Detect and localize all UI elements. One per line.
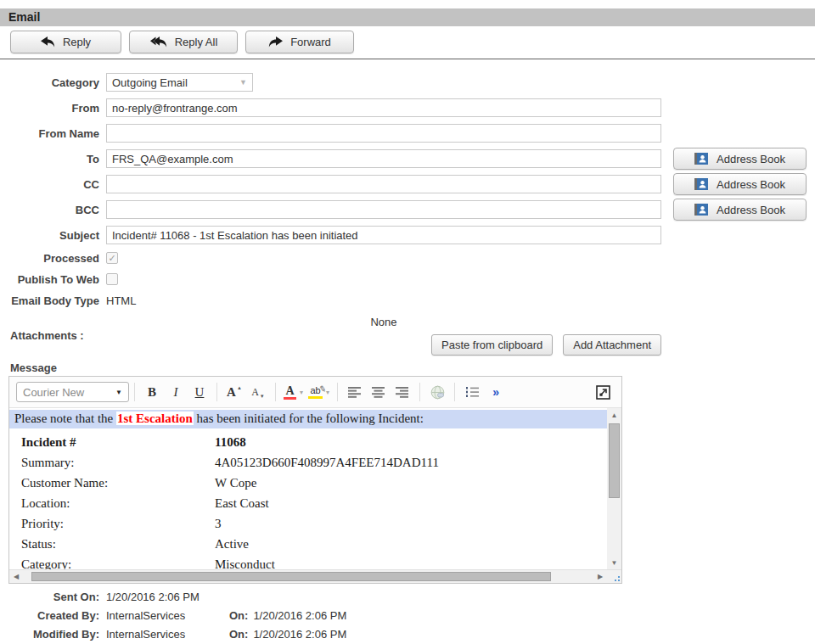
address-book-button-label: Address Book	[717, 178, 785, 191]
bold-button[interactable]: B	[140, 381, 164, 403]
modified-by-value: InternalServices	[106, 629, 229, 641]
message-field-row: Customer Name:W Cope	[9, 473, 607, 493]
publish-to-web-checkbox: ✓	[106, 273, 118, 285]
cc-address-book-button[interactable]: Address Book	[673, 173, 807, 195]
action-toolbar: Reply Reply All Forward	[10, 31, 815, 53]
toolbar-divider	[216, 383, 217, 401]
category-row: Category Outgoing Email ▼	[0, 73, 815, 92]
vertical-scrollbar[interactable]: ▲ ▼	[607, 408, 621, 569]
message-label: Message	[10, 361, 815, 374]
from-name-label: From Name	[0, 127, 99, 140]
email-body-type-row: Email Body Type HTML	[0, 294, 815, 307]
resize-grip[interactable]	[607, 570, 621, 583]
scroll-left-arrow[interactable]: ◀	[9, 573, 23, 580]
reply-all-button[interactable]: Reply All	[129, 31, 238, 53]
modified-by-label: Modified By:	[0, 629, 99, 641]
maximize-editor-button[interactable]	[591, 381, 615, 403]
toolbar-separator	[0, 59, 815, 59]
from-label: From	[0, 102, 99, 115]
bcc-row: BCC Address Book	[0, 200, 815, 219]
align-right-button[interactable]	[391, 381, 414, 403]
cc-label: CC	[0, 178, 99, 191]
increase-font-size-button[interactable]: A ▲	[222, 381, 246, 403]
category-label: Category	[0, 76, 99, 89]
to-input[interactable]	[106, 149, 661, 168]
reply-button-label: Reply	[63, 36, 91, 48]
from-input[interactable]	[106, 98, 661, 117]
category-select[interactable]: Outgoing Email ▼	[106, 73, 253, 92]
modified-on-label: On:	[229, 629, 248, 641]
caret-up-icon: ▲	[237, 385, 242, 390]
italic-button[interactable]: I	[164, 381, 188, 403]
reply-button[interactable]: Reply	[10, 31, 121, 53]
font-color-button[interactable]: A ▾	[281, 381, 306, 403]
message-field-row: Location:East Coast	[9, 493, 607, 513]
add-attachment-button[interactable]: Add Attachment	[563, 334, 661, 356]
category-selected-value: Outgoing Email	[112, 76, 188, 89]
to-label: To	[0, 153, 99, 165]
publish-to-web-label: Publish To Web	[0, 273, 99, 286]
to-address-book-button[interactable]: Address Book	[673, 148, 807, 170]
created-by-label: Created By:	[0, 610, 99, 622]
highlight-color-button[interactable]: ab ✎ ▾	[306, 381, 332, 403]
sent-on-label: Sent On:	[0, 591, 99, 603]
editor-content[interactable]: Please note that the 1st Escalation has …	[9, 408, 621, 569]
underline-button[interactable]: U	[188, 381, 211, 403]
address-book-button-label: Address Book	[717, 153, 785, 165]
bcc-label: BCC	[0, 204, 99, 216]
font-family-value: Courier New	[23, 386, 84, 399]
forward-button[interactable]: Forward	[245, 31, 354, 53]
numbered-list-button[interactable]	[460, 381, 484, 403]
toolbar-divider	[454, 383, 455, 401]
align-left-button[interactable]	[343, 381, 367, 403]
message-field-row: Status:Active	[9, 534, 607, 554]
sent-on-value: 1/20/2016 2:06 PM	[106, 591, 229, 603]
paste-from-clipboard-button[interactable]: Paste from clipboard	[431, 334, 553, 356]
scroll-up-arrow[interactable]: ▲	[607, 408, 621, 422]
toolbar-divider	[419, 383, 420, 401]
insert-link-globe-button[interactable]	[425, 381, 449, 403]
to-row: To Address Book	[0, 149, 815, 168]
sent-on-row: Sent On: 1/20/2016 2:06 PM	[0, 591, 815, 603]
message-intro-line: Please note that the 1st Escalation has …	[9, 410, 607, 428]
toolbar-divider	[337, 383, 338, 401]
created-on-value: 1/20/2016 2:06 PM	[253, 610, 346, 622]
email-body-type-value: HTML	[106, 294, 136, 307]
address-book-icon	[694, 203, 708, 216]
decrease-font-size-button[interactable]: A ▼	[246, 381, 270, 403]
subject-input[interactable]	[106, 226, 661, 244]
resize-grip-dots	[613, 574, 620, 581]
page-title: Email	[0, 8, 815, 26]
bcc-input[interactable]	[106, 200, 661, 219]
bcc-address-book-button[interactable]: Address Book	[673, 199, 807, 221]
font-family-select[interactable]: Courier New ▼	[16, 382, 129, 402]
cc-input[interactable]	[106, 175, 661, 193]
attachments-value: None	[106, 315, 661, 330]
scroll-right-arrow[interactable]: ▶	[593, 573, 607, 580]
reply-all-arrow-icon	[149, 36, 167, 48]
forward-button-label: Forward	[290, 36, 331, 48]
message-field-row: Incident #11068	[9, 432, 607, 452]
processed-label: Processed	[0, 252, 99, 265]
align-center-button[interactable]	[367, 381, 391, 403]
processed-checkbox: ✓	[106, 252, 118, 264]
horizontal-scrollbar-thumb[interactable]	[31, 572, 551, 581]
created-by-row: Created By: InternalServices On: 1/20/20…	[0, 610, 815, 622]
horizontal-scrollbar[interactable]: ◀ ▶	[9, 570, 607, 583]
created-by-value: InternalServices	[106, 610, 229, 622]
address-book-icon	[694, 177, 708, 191]
toolbar-divider	[275, 383, 276, 401]
pen-icon: ✎	[318, 384, 327, 394]
escalation-highlight: 1st Escalation	[116, 412, 194, 425]
editor-toolbar: Courier New ▼ B I U A ▲ A ▼ A ▾ ab ✎	[9, 377, 621, 408]
chevron-down-icon: ▾	[326, 389, 329, 396]
from-name-input[interactable]	[106, 124, 661, 143]
vertical-scrollbar-thumb[interactable]	[609, 423, 620, 498]
scroll-down-arrow[interactable]: ▼	[607, 556, 621, 569]
created-on-label: On:	[229, 610, 248, 622]
cc-row: CC Address Book	[0, 175, 815, 193]
more-tools-button[interactable]: »	[484, 381, 508, 403]
reply-arrow-icon	[41, 36, 55, 48]
reply-all-button-label: Reply All	[175, 36, 218, 48]
chevron-down-icon: ▼	[115, 389, 122, 396]
